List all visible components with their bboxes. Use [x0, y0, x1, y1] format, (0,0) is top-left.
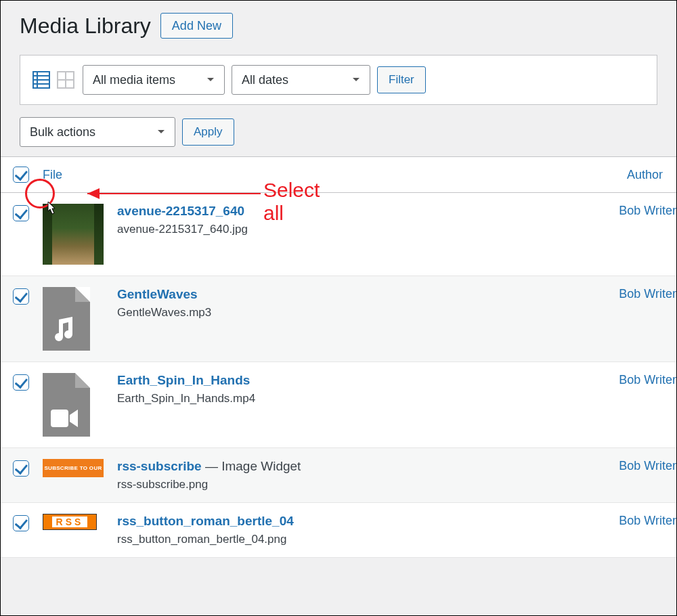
- audio-file-icon: [43, 287, 90, 351]
- author-column-header[interactable]: Author: [538, 157, 676, 193]
- media-title-link[interactable]: Earth_Spin_In_Hands: [117, 373, 250, 388]
- table-row: GentleWavesGentleWaves.mp3Bob Writer: [1, 276, 676, 362]
- page-header: Media Library Add New: [1, 1, 676, 47]
- list-view-icon[interactable]: [31, 70, 51, 90]
- media-library-page: Media Library Add New All media items Al…: [0, 0, 677, 616]
- bulk-actions-select[interactable]: Bulk actions: [20, 117, 175, 147]
- media-filename: rss-subscribe.png: [117, 478, 208, 491]
- table-row: RSSrss_button_roman_bertle_04rss_button_…: [1, 503, 676, 558]
- media-filename: Earth_Spin_In_Hands.mp4: [117, 392, 255, 405]
- table-row: SUBSCRIBE TO OURrss-subscribe — Image Wi…: [1, 448, 676, 503]
- file-column-header[interactable]: File: [36, 157, 110, 193]
- bulk-actions-row: Bulk actions Apply: [1, 105, 676, 156]
- dates-select[interactable]: All dates: [232, 65, 370, 95]
- select-all-checkbox[interactable]: [13, 167, 29, 183]
- row-checkbox[interactable]: [13, 288, 29, 305]
- rss-thumbnail: RSS: [43, 514, 97, 530]
- table-row: Earth_Spin_In_HandsEarth_Spin_In_Hands.m…: [1, 362, 676, 448]
- media-filename: rss_button_roman_bertle_04.png: [117, 533, 286, 546]
- add-new-button[interactable]: Add New: [160, 13, 233, 39]
- apply-button[interactable]: Apply: [182, 118, 234, 146]
- subscribe-thumbnail: SUBSCRIBE TO OUR: [43, 459, 104, 477]
- row-checkbox[interactable]: [13, 205, 29, 221]
- media-title-link[interactable]: avenue-2215317_640: [117, 204, 244, 219]
- author-link[interactable]: Bob Writer: [619, 373, 676, 387]
- image-thumbnail: [43, 204, 104, 265]
- author-link[interactable]: Bob Writer: [619, 514, 676, 527]
- media-title-link[interactable]: rss-subscribe: [117, 459, 202, 474]
- filter-button[interactable]: Filter: [377, 66, 426, 93]
- page-title: Media Library: [20, 14, 151, 39]
- media-table: File Author avenue-2215317_640avenue-221…: [1, 156, 676, 558]
- media-filename: avenue-2215317_640.jpg: [117, 223, 248, 236]
- row-checkbox[interactable]: [13, 515, 29, 531]
- author-link[interactable]: Bob Writer: [619, 204, 676, 217]
- grid-view-icon[interactable]: [56, 70, 76, 90]
- row-checkbox[interactable]: [13, 460, 29, 477]
- author-link[interactable]: Bob Writer: [619, 287, 676, 301]
- table-row: avenue-2215317_640avenue-2215317_640.jpg…: [1, 193, 676, 276]
- view-toggle: [31, 70, 76, 90]
- media-title-link[interactable]: rss_button_roman_bertle_04: [117, 514, 294, 529]
- svg-rect-8: [51, 410, 68, 427]
- row-checkbox[interactable]: [13, 374, 29, 391]
- media-title-suffix: — Image Widget: [202, 459, 301, 473]
- author-link[interactable]: Bob Writer: [619, 459, 676, 472]
- media-type-select[interactable]: All media items: [83, 65, 225, 95]
- video-file-icon: [43, 373, 90, 437]
- media-filename: GentleWaves.mp3: [117, 306, 211, 319]
- filter-bar: All media items All dates Filter: [20, 55, 657, 105]
- select-all-header: [1, 157, 36, 193]
- media-title-link[interactable]: GentleWaves: [117, 287, 198, 302]
